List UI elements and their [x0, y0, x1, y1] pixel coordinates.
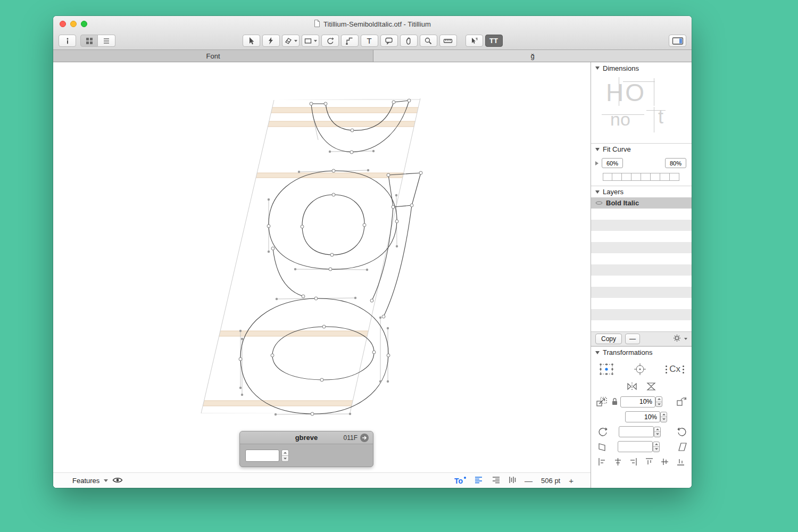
titlebar[interactable]: Titillium-SemiboldItalic.otf - Titillium	[53, 16, 692, 32]
align-left-edge-icon[interactable]	[597, 456, 606, 468]
layer-empty-row[interactable]	[591, 320, 692, 331]
rotate-cw-icon[interactable]	[677, 427, 687, 437]
zoom-out-button[interactable]: —	[525, 476, 533, 485]
layer-empty-row[interactable]	[591, 298, 692, 309]
remove-layer-button[interactable]: —	[625, 334, 640, 344]
layer-empty-row[interactable]	[591, 231, 692, 242]
sidebar-toggle-button[interactable]	[669, 35, 686, 47]
fit-curve-disclosure-icon[interactable]	[595, 148, 600, 151]
fit-curve-header[interactable]: Fit Curve	[591, 143, 692, 155]
glyph-info-arrow-button[interactable]	[360, 434, 369, 442]
scale-corner-icon[interactable]	[676, 396, 687, 407]
list-view-button[interactable]	[98, 35, 115, 47]
align-right-icon[interactable]	[492, 476, 500, 485]
scale-y-stepper[interactable]	[660, 412, 667, 422]
layers-disclosure-icon[interactable]	[595, 190, 600, 194]
dimensions-header[interactable]: Dimensions	[591, 62, 692, 74]
corner-tool-button[interactable]	[341, 35, 359, 47]
layer-options-button[interactable]	[673, 334, 687, 344]
scale-x-field[interactable]	[620, 396, 655, 408]
fit-curve-max-field[interactable]	[665, 158, 686, 168]
layer-empty-row[interactable]	[591, 309, 692, 320]
layer-empty-row[interactable]	[591, 276, 692, 287]
select-tool-button[interactable]	[243, 35, 260, 47]
skew-field[interactable]	[618, 441, 653, 452]
fit-curve-min-field[interactable]	[602, 158, 623, 168]
align-bottom-icon[interactable]	[676, 456, 685, 468]
text-cursor-mode-icon[interactable]: To	[454, 477, 466, 485]
truetype-tool-label: TT	[489, 37, 498, 45]
glyph-value-field[interactable]	[245, 450, 279, 462]
fit-curve-step[interactable]	[622, 173, 631, 181]
align-middle-icon[interactable]	[660, 456, 669, 468]
fit-curve-step[interactable]	[670, 173, 679, 181]
layer-empty-row[interactable]	[591, 264, 692, 276]
rotate-field[interactable]	[619, 426, 654, 437]
skew-vertical-icon[interactable]	[597, 442, 607, 452]
align-right-edge-icon[interactable]	[629, 456, 638, 468]
scale-icon[interactable]	[595, 396, 608, 408]
fit-curve-expand-icon[interactable]	[595, 161, 598, 165]
lock-icon[interactable]	[611, 397, 618, 406]
layer-empty-row[interactable]	[591, 242, 692, 253]
glyph-outline-drawing[interactable]	[53, 62, 591, 488]
stepper-down[interactable]	[282, 456, 288, 461]
layer-empty-row[interactable]	[591, 220, 692, 231]
rotate-ccw-icon[interactable]	[597, 427, 608, 437]
hand-tool-button[interactable]	[400, 35, 418, 47]
transformations-disclosure-icon[interactable]	[595, 351, 600, 354]
skew-stepper[interactable]	[653, 442, 660, 452]
rotate-stepper[interactable]	[654, 427, 661, 437]
transform-origin-metrics-icon[interactable]: Cx	[666, 364, 684, 375]
vertical-layout-icon[interactable]	[509, 476, 516, 485]
fit-curve-step[interactable]	[631, 173, 641, 181]
flip-vertical-icon[interactable]	[645, 382, 657, 391]
info-button[interactable]	[59, 35, 76, 47]
transform-origin-target-icon[interactable]	[633, 362, 647, 376]
text-tool-button[interactable]: T	[361, 35, 378, 47]
layers-header[interactable]: Layers	[591, 186, 692, 197]
copy-layer-button[interactable]: Copy	[595, 334, 622, 344]
align-top-icon[interactable]	[645, 456, 654, 468]
zoom-in-button[interactable]: +	[569, 476, 573, 485]
zoom-value[interactable]: 506 pt	[541, 477, 560, 485]
fit-curve-step[interactable]	[660, 173, 670, 181]
tab-glyph-gbreve[interactable]: ğ	[373, 50, 692, 62]
layer-empty-row[interactable]	[591, 253, 692, 264]
fit-curve-step[interactable]	[651, 173, 660, 181]
zoom-tool-button[interactable]	[420, 35, 437, 47]
truetype-tool-button[interactable]: TT	[485, 35, 503, 47]
scale-y-field[interactable]	[625, 411, 660, 422]
rotate-tool-button[interactable]	[321, 35, 339, 47]
glyph-edit-canvas[interactable]: gbreve 011F	[53, 62, 591, 488]
instruction-cursor-button[interactable]	[466, 35, 483, 47]
measurement-tool-button[interactable]	[439, 35, 457, 47]
features-label[interactable]: Features	[72, 477, 99, 485]
tab-font[interactable]: Font	[53, 50, 373, 62]
layer-empty-row[interactable]	[591, 209, 692, 220]
skew-italic-icon[interactable]	[678, 442, 687, 452]
align-center-x-icon[interactable]	[613, 456, 622, 468]
glyph-info-header[interactable]: gbreve 011F	[240, 431, 373, 444]
scale-x-stepper[interactable]	[655, 396, 662, 407]
primitives-tool-button[interactable]	[302, 35, 319, 47]
annotation-tool-button[interactable]	[380, 35, 398, 47]
flip-horizontal-icon[interactable]	[626, 382, 638, 391]
layer-eye-icon[interactable]	[595, 199, 603, 207]
draw-tool-button[interactable]	[262, 35, 280, 47]
preview-eye-icon[interactable]	[112, 477, 123, 485]
transformations-header[interactable]: Transformations	[591, 346, 692, 358]
layer-row-bold-italic[interactable]: Bold Italic	[591, 197, 692, 209]
stepper-up[interactable]	[282, 450, 288, 456]
layer-empty-row[interactable]	[591, 287, 692, 298]
glyph-value-stepper[interactable]	[281, 450, 289, 462]
fit-curve-step[interactable]	[641, 173, 651, 181]
fit-curve-step[interactable]	[603, 173, 612, 181]
features-chevron-icon[interactable]	[104, 479, 108, 482]
dimensions-disclosure-icon[interactable]	[595, 66, 600, 70]
fit-curve-step[interactable]	[612, 173, 622, 181]
transform-origin-bbox-icon[interactable]	[598, 362, 614, 376]
erase-tool-button[interactable]	[282, 35, 300, 47]
align-left-icon[interactable]	[475, 476, 483, 485]
grid-view-button[interactable]	[80, 35, 98, 47]
